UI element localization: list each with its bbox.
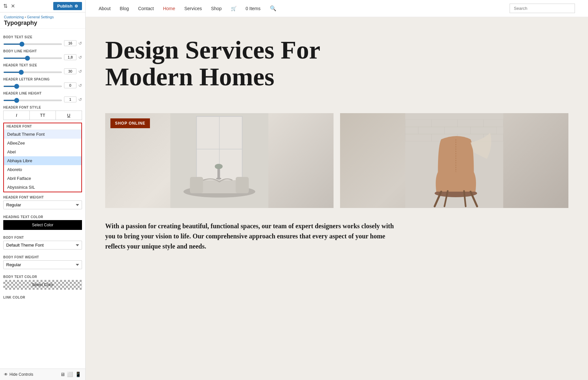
chair-svg xyxy=(340,113,568,208)
header-line-height-control: 1 ↺ xyxy=(3,96,82,102)
chair-image xyxy=(340,113,568,208)
mobile-view-icon[interactable]: 📱 xyxy=(75,371,81,377)
link-color-label: LINK COLOR xyxy=(3,296,82,299)
breadcrumb-customizing[interactable]: Customizing xyxy=(4,15,24,19)
header-text-size-slider[interactable] xyxy=(3,72,62,73)
header-letter-spacing-slider-container xyxy=(3,82,62,88)
nav-contact[interactable]: Contact xyxy=(138,6,154,11)
customizer-panel: ⇅ ✕ Publish ⚙ Customizing • General Sett… xyxy=(0,0,86,380)
body-font-select[interactable]: Default Theme Font xyxy=(3,241,82,250)
left-image: SHOP ONLINE xyxy=(105,113,334,208)
header-letter-spacing-control: 0 ↺ xyxy=(3,82,82,88)
view-icons: 🖥 ⬜ 📱 xyxy=(60,371,81,377)
site-preview: About Blog Contact Home Services Shop 🛒 … xyxy=(86,0,588,380)
eye-icon: 👁 xyxy=(4,372,8,377)
body-line-height-slider[interactable] xyxy=(3,58,62,59)
search-input[interactable] xyxy=(510,4,575,13)
heading-text-color-label: HEADING TEXT COLOR xyxy=(3,215,82,219)
font-option-abel[interactable]: Abel xyxy=(4,147,81,156)
cart-count[interactable]: 0 Items xyxy=(246,6,261,11)
nav-links: About Blog Contact Home Services Shop 🛒 … xyxy=(99,5,276,11)
nav-blog[interactable]: Blog xyxy=(120,6,129,11)
font-option-aboreto[interactable]: Aboreto xyxy=(4,165,81,174)
page-title: Typography xyxy=(4,20,81,26)
images-row: SHOP ONLINE xyxy=(86,113,588,208)
tablet-view-icon[interactable]: ⬜ xyxy=(67,371,73,377)
font-option-abyssinica[interactable]: Abyssinica SIL xyxy=(4,183,81,192)
header-letter-spacing-input[interactable]: 0 xyxy=(64,82,76,88)
body-line-height-input[interactable] xyxy=(64,54,76,60)
publish-button[interactable]: Publish ⚙ xyxy=(53,2,82,10)
header-font-weight-label: HEADER FONT WEIGHT xyxy=(3,196,82,199)
body-text-size-control: 16 ↺ xyxy=(3,40,82,46)
font-option-default[interactable]: Default Theme Font xyxy=(4,130,81,139)
breadcrumb: Customizing • General Settings xyxy=(4,15,81,19)
underline-button[interactable]: U xyxy=(56,111,82,120)
svg-point-10 xyxy=(215,164,223,169)
header-text-size-input[interactable]: 30 xyxy=(64,68,76,74)
header-letter-spacing-reset[interactable]: ↺ xyxy=(78,83,82,88)
publish-label: Publish xyxy=(57,4,73,9)
bottom-bar: 👁 Hide Controls 🖥 ⬜ 📱 xyxy=(0,369,85,380)
body-line-height-slider-container xyxy=(3,54,62,60)
sort-arrows-icon[interactable]: ⇅ xyxy=(3,3,8,9)
body-text: With a passion for creating beautiful, f… xyxy=(105,221,399,251)
shop-online-button[interactable]: SHOP ONLINE xyxy=(110,118,150,128)
svg-rect-7 xyxy=(236,177,249,193)
hide-controls-label: Hide Controls xyxy=(9,372,33,377)
body-font-weight-label: BODY FONT WEIGHT xyxy=(3,255,82,259)
header-line-height-slider-container xyxy=(3,96,62,102)
body-line-height-control: ↺ xyxy=(3,54,82,60)
body-text-size-label: BODY TEXT SIZE xyxy=(3,35,82,39)
header-font-list: Default Theme Font ABeeZee Abel Abhaya L… xyxy=(4,130,81,192)
body-text-size-slider[interactable] xyxy=(3,43,62,45)
header-text-size-control: 30 ↺ xyxy=(3,68,82,74)
body-font-weight-select[interactable]: Regular Bold xyxy=(3,260,82,269)
header-letter-spacing-label: HEADER LETTER SPACING xyxy=(3,78,82,81)
uppercase-button[interactable]: TT xyxy=(29,111,56,120)
font-list-wrapper: Default Theme Font ABeeZee Abel Abhaya L… xyxy=(4,130,81,192)
top-bar: ⇅ ✕ Publish ⚙ xyxy=(0,0,85,12)
body-line-height-label: BODY LINE HEIGHT xyxy=(3,49,82,53)
font-option-abeezee[interactable]: ABeeZee xyxy=(4,139,81,147)
body-text-size-reset[interactable]: ↺ xyxy=(78,41,82,46)
header-font-style-row: I TT U xyxy=(3,111,82,120)
header-font-section: HEADER FONT Default Theme Font ABeeZee A… xyxy=(3,123,82,192)
body-text-size-input[interactable]: 16 xyxy=(64,40,76,46)
header-line-height-slider[interactable] xyxy=(3,100,62,101)
header-line-height-input[interactable]: 1 xyxy=(64,96,76,102)
italic-button[interactable]: I xyxy=(3,111,29,120)
svg-rect-6 xyxy=(190,177,203,193)
breadcrumb-area: Customizing • General Settings Typograph… xyxy=(0,12,85,29)
header-text-size-slider-container xyxy=(3,68,62,74)
hero-section: Design Services For Modern Homes xyxy=(86,17,588,113)
font-option-abril[interactable]: Abril Fatface xyxy=(4,174,81,183)
panel-content: BODY TEXT SIZE 16 ↺ BODY LINE HEIGHT ↺ H… xyxy=(0,29,85,369)
cart-icon[interactable]: 🛒 xyxy=(231,6,237,11)
header-line-height-label: HEADER LINE HEIGHT xyxy=(3,92,82,95)
font-option-abhaya[interactable]: Abhaya Libre xyxy=(4,156,81,165)
body-font-label: BODY FONT xyxy=(3,236,82,239)
header-font-weight-select[interactable]: Regular Bold Light xyxy=(3,200,82,209)
back-arrow-icon[interactable]: ✕ xyxy=(11,3,15,9)
right-image xyxy=(340,113,568,208)
header-text-size-reset[interactable]: ↺ xyxy=(78,69,82,74)
header-text-size-label: HEADER TEXT SIZE xyxy=(3,63,82,67)
body-text-color-button[interactable]: Select Color xyxy=(3,280,82,290)
body-text-section: With a passion for creating beautiful, f… xyxy=(86,221,588,265)
nav-shop[interactable]: Shop xyxy=(211,6,222,11)
nav-home[interactable]: Home xyxy=(163,6,175,11)
header-letter-spacing-slider[interactable] xyxy=(3,86,62,87)
body-line-height-reset[interactable]: ↺ xyxy=(78,55,82,60)
body-text-size-slider-container xyxy=(3,40,62,46)
header-font-label: HEADER FONT xyxy=(4,123,81,130)
desktop-view-icon[interactable]: 🖥 xyxy=(60,371,65,377)
heading-text-color-button[interactable]: Select Color xyxy=(3,220,82,230)
hide-controls-button[interactable]: 👁 Hide Controls xyxy=(4,372,33,377)
nav-about[interactable]: About xyxy=(99,6,111,11)
header-line-height-reset[interactable]: ↺ xyxy=(78,97,82,102)
breadcrumb-general-settings[interactable]: General Settings xyxy=(27,15,54,19)
search-icon[interactable]: 🔍 xyxy=(270,5,276,11)
body-text-color-label: BODY TEXT COLOR xyxy=(3,275,82,279)
nav-services[interactable]: Services xyxy=(184,6,202,11)
